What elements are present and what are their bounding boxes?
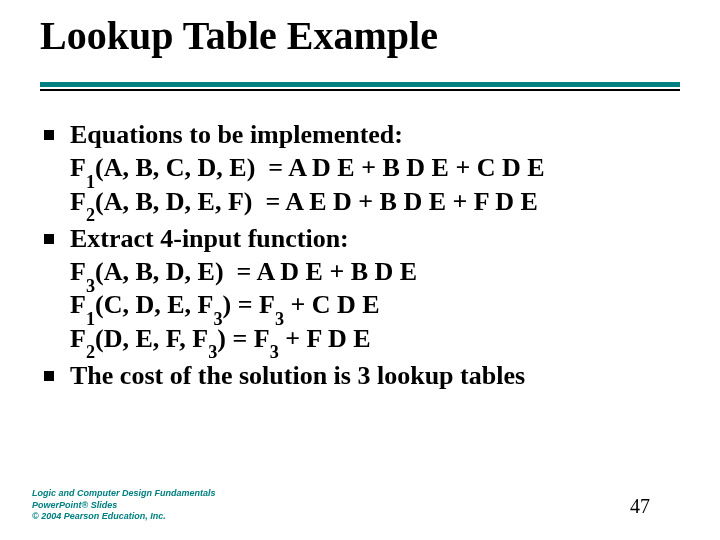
page-number: 47 [630,495,650,518]
square-bullet-icon [44,371,54,381]
eq-line: F2(A, B, D, E, F) = A E D + B D E + F D … [70,185,680,218]
bullet-2: Extract 4-input function: F3(A, B, D, E)… [40,222,680,355]
slide-title: Lookup Table Example [40,12,438,59]
eq-line: F3(A, B, D, E) = A D E + B D E [70,255,680,288]
bullet-3: The cost of the solution is 3 lookup tab… [40,359,680,392]
bullet-1: Equations to be implemented: F1(A, B, C,… [40,118,680,218]
footer-line-2: PowerPoint® Slides [32,500,216,511]
square-bullet-icon [44,234,54,244]
slide-body: Equations to be implemented: F1(A, B, C,… [40,118,680,396]
bullet-1-lead: Equations to be implemented: [70,120,403,149]
title-rule-teal [40,82,680,87]
eq-line: F1(A, B, C, D, E) = A D E + B D E + C D … [70,151,680,184]
square-bullet-icon [44,130,54,140]
title-rule-black [40,89,680,91]
eq-line: F1(C, D, E, F3) = F3 + C D E [70,288,680,321]
bullet-2-lead: Extract 4-input function: [70,224,349,253]
footer-credits: Logic and Computer Design Fundamentals P… [32,488,216,522]
footer-line-3: © 2004 Pearson Education, Inc. [32,511,216,522]
slide: Lookup Table Example Equations to be imp… [0,0,720,540]
bullet-3-lead: The cost of the solution is 3 lookup tab… [70,361,525,390]
footer-line-1: Logic and Computer Design Fundamentals [32,488,216,499]
eq-line: F2(D, E, F, F3) = F3 + F D E [70,322,680,355]
